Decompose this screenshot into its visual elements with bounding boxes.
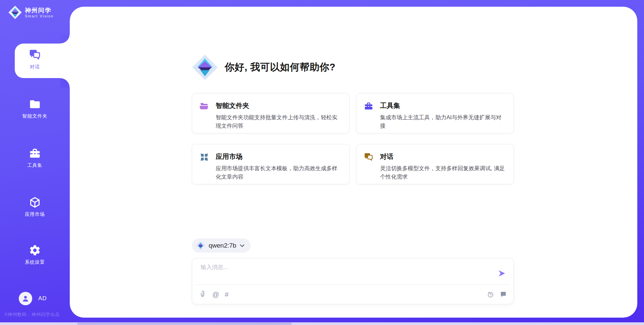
card-description: 灵活切换多模型文件，支持多样回复效果调试, 满足个性化需求 bbox=[380, 164, 506, 181]
chat-icon bbox=[364, 152, 373, 162]
message-input[interactable] bbox=[200, 263, 488, 281]
folder-open-icon bbox=[200, 102, 209, 111]
grid-icon bbox=[200, 152, 209, 162]
card-smart-folder[interactable]: 智能文件夹 智能文件夹功能支持批量文件上传与清洗，轻松实现文件问答 bbox=[192, 93, 350, 133]
model-selector[interactable]: qwen2:7b bbox=[192, 239, 251, 253]
person-icon bbox=[21, 295, 30, 303]
card-title: 智能文件夹 bbox=[216, 101, 342, 110]
brand-logo-icon bbox=[8, 5, 22, 19]
history-icon[interactable] bbox=[487, 291, 494, 298]
tab-fillet-top bbox=[60, 34, 70, 44]
card-description: 集成市场上主流工具，助力AI与外界无缝扩展与对接 bbox=[380, 113, 506, 130]
mention-icon[interactable]: @ bbox=[212, 291, 219, 298]
card-description: 应用市场提供丰富长文本模板，助力高效生成多样化文章内容 bbox=[216, 164, 342, 181]
brand-name: 神州问学 bbox=[25, 7, 54, 14]
topic-icon[interactable]: # bbox=[225, 291, 228, 298]
sidebar-item-label: 系统设置 bbox=[25, 259, 45, 265]
card-title: 工具集 bbox=[380, 101, 506, 110]
cube-icon bbox=[29, 196, 41, 208]
sidebar-item-label: 应用市场 bbox=[25, 211, 45, 217]
avatar bbox=[19, 292, 32, 305]
sidebar-item-label: 智能文件夹 bbox=[22, 113, 48, 119]
user-profile[interactable]: AD bbox=[19, 292, 47, 305]
feedback-bubble-icon[interactable] bbox=[500, 291, 507, 298]
chat-icon bbox=[29, 49, 41, 61]
sidebar-item-app-market[interactable]: 应用市场 bbox=[0, 196, 70, 217]
scrollbar-thumb[interactable] bbox=[77, 323, 292, 325]
sidebar-item-toolset[interactable]: 工具集 bbox=[0, 147, 70, 169]
composer-toolbar: @ # bbox=[200, 285, 507, 304]
greeting: 你好, 我可以如何帮助你? bbox=[192, 54, 335, 81]
greeting-text: 你好, 我可以如何帮助你? bbox=[225, 61, 335, 74]
folder-icon bbox=[29, 98, 41, 110]
model-logo-icon bbox=[196, 241, 205, 250]
card-description: 智能文件夹功能支持批量文件上传与清洗，轻松实现文件问答 bbox=[216, 113, 342, 130]
card-chat[interactable]: 对话 灵活切换多模型文件，支持多样回复效果调试, 满足个性化需求 bbox=[356, 144, 514, 184]
greeting-logo-icon bbox=[192, 54, 218, 81]
card-title: 应用市场 bbox=[216, 152, 342, 161]
gear-icon bbox=[29, 244, 41, 256]
card-toolset[interactable]: 工具集 集成市场上主流工具，助力AI与外界无缝扩展与对接 bbox=[356, 93, 514, 133]
briefcase-icon bbox=[364, 102, 373, 111]
horizontal-scrollbar[interactable] bbox=[0, 322, 644, 325]
message-composer: @ # bbox=[192, 258, 514, 304]
user-initials: AD bbox=[38, 295, 47, 302]
briefcase-icon bbox=[29, 147, 41, 159]
sidebar-item-chat[interactable]: 对话 bbox=[0, 49, 70, 70]
app-root: 神州问学 Smart Vision 对话 智能文件夹 工具集 bbox=[0, 0, 644, 325]
sidebar-footer: ©神州数码 · 神州问学出品 bbox=[4, 312, 60, 318]
sidebar-item-label: 工具集 bbox=[28, 162, 43, 169]
send-icon[interactable] bbox=[497, 269, 506, 278]
sidebar-item-smart-folder[interactable]: 智能文件夹 bbox=[0, 98, 70, 119]
sidebar-item-settings[interactable]: 系统设置 bbox=[0, 244, 70, 265]
paperclip-icon[interactable] bbox=[200, 291, 207, 298]
brand: 神州问学 Smart Vision bbox=[8, 5, 54, 19]
card-title: 对话 bbox=[380, 152, 506, 161]
model-name: qwen2:7b bbox=[209, 242, 236, 249]
card-app-market[interactable]: 应用市场 应用市场提供丰富长文本模板，助力高效生成多样化文章内容 bbox=[192, 144, 350, 184]
feature-cards: 智能文件夹 智能文件夹功能支持批量文件上传与清洗，轻松实现文件问答 工具集 集成… bbox=[192, 93, 514, 184]
brand-subtitle: Smart Vision bbox=[25, 14, 54, 18]
tab-fillet-bottom bbox=[60, 78, 70, 87]
chevron-down-icon bbox=[240, 244, 245, 247]
sidebar-item-label: 对话 bbox=[30, 64, 40, 70]
